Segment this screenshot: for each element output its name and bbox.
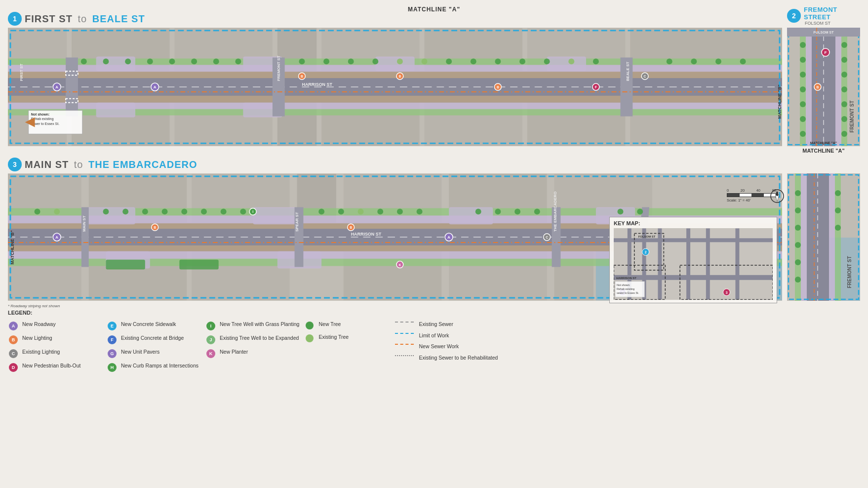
scalebar [727,193,776,197]
svg-rect-143 [449,207,493,224]
svg-text:2: 2 [645,250,647,254]
svg-rect-141 [86,207,135,224]
legend-item-limit-work: Limit of Work [393,332,498,339]
svg-text:3: 3 [726,291,728,294]
section2-header: 2 FREMONT STREET FOLSOM ST [787,6,860,26]
svg-rect-223 [614,275,773,280]
svg-point-206 [795,207,801,213]
svg-text:F: F [825,50,827,55]
scale-20: 20 [741,188,745,193]
svg-rect-224 [614,238,773,242]
svg-text:MATCHLINE "A": MATCHLINE "A" [810,141,837,145]
svg-point-174 [534,208,540,214]
section1-title: FIRST ST to BEALE ST [25,13,145,25]
section1-number: 1 [8,12,22,26]
svg-text:SPEAR ST: SPEAR ST [295,212,299,232]
svg-point-60 [544,58,550,64]
svg-point-161 [181,208,187,214]
section2-number: 2 [787,9,801,23]
svg-point-105 [841,72,847,78]
svg-point-100 [800,101,806,107]
svg-point-163 [221,208,227,214]
legend-col2: E New Concrete Sidewalk F Existing Concr… [107,321,205,376]
legend-label-existing-sewer: Existing Sewer [419,321,453,328]
svg-text:I: I [252,210,253,213]
svg-text:B: B [497,85,499,89]
svg-point-46 [169,58,175,64]
svg-point-58 [495,58,501,64]
svg-point-106 [841,86,847,92]
legend-col5: Existing Sewer Limit of Work New Sewer W… [393,321,503,366]
legend-area: LEGEND: A New Roadway B New Lighting C E… [8,310,860,381]
svg-text:F: F [595,85,597,89]
svg-point-44 [125,58,131,64]
svg-point-49 [235,58,241,64]
svg-point-160 [162,208,168,214]
svg-point-104 [841,57,847,63]
legend-item-existing-sewer: Existing Sewer [393,321,498,328]
svg-point-63 [667,58,672,64]
legend-item-A: A New Roadway [8,321,102,330]
svg-point-99 [800,86,806,92]
svg-point-166 [338,208,344,214]
svg-point-109 [841,131,847,137]
legend-item-F: F Existing Concrete at Bridge [107,335,200,344]
scale-0: 0 [727,188,729,193]
legend-label-A: New Roadway [22,321,56,328]
svg-text:A: A [55,235,58,240]
section1-connector: to [78,13,87,24]
legend-item-new-sewer: New Sewer Work [393,343,498,350]
svg-point-43 [103,58,109,64]
svg-text:FREMONT ST: FREMONT ST [849,101,855,133]
svg-point-96 [800,42,806,48]
svg-point-207 [795,225,801,231]
legend-item-E: E New Concrete Sidewalk [107,321,200,330]
svg-point-210 [795,277,801,283]
svg-point-107 [841,101,847,107]
legend-item-existing-tree: Existing Tree [304,334,388,342]
svg-point-211 [835,190,841,196]
svg-point-175 [618,208,624,214]
legend-item-C: C Existing Lighting [8,349,102,358]
svg-text:Rehab existing: Rehab existing [617,287,634,290]
svg-text:B: B [154,226,156,229]
svg-text:FREMONT ST: FREMONT ST [276,55,281,81]
svg-point-48 [213,58,219,64]
svg-text:THE EMBARCADERO: THE EMBARCADERO [553,192,557,232]
svg-point-98 [800,72,806,78]
svg-text:Not shown:: Not shown: [617,284,631,286]
keymap-inner: 1 2 3 FIRST ST FREMONT ST BEALE ST MAIN … [614,228,773,300]
svg-point-61 [568,58,574,64]
scale-numbers: 0 20 40 80 [727,188,776,193]
svg-rect-91 [835,28,841,146]
svg-rect-147 [106,260,145,270]
section3-from: MAIN ST [25,159,69,170]
legend-col3: I New Tree Well with Grass Planting J Ex… [205,321,304,363]
side-map-2: FREMONT ST [787,173,860,301]
svg-point-103 [841,42,847,48]
svg-point-168 [377,208,383,214]
section1-header: 1 FIRST ST to BEALE ST [8,12,782,26]
svg-text:B: B [301,75,303,78]
legend-label-G: New Unit Pavers [121,349,159,356]
svg-rect-28 [547,56,586,71]
legend-label-existing-sewer-rehab: Existing Sewer to be Rehabilitated [419,355,498,362]
svg-text:HARRISON ST: HARRISON ST [351,232,382,237]
section3-number: 3 [8,158,22,171]
svg-text:sewer to Essex St.: sewer to Essex St. [617,291,639,294]
scale-bar: 0 20 40 80 Scale: 1" = 40' [727,188,776,203]
svg-text:FIRST ST: FIRST ST [19,64,24,81]
legend-item-K: K New Planter [205,349,299,358]
svg-point-162 [201,208,207,214]
section1-from: FIRST ST [25,13,73,24]
svg-text:MATCHLINE "B": MATCHLINE "B" [10,230,15,264]
svg-point-159 [142,208,148,214]
svg-point-212 [835,207,841,213]
svg-text:BEALE ST: BEALE ST [626,62,630,81]
key-map: KEY MAP: [609,217,777,303]
svg-text:C: C [644,75,646,78]
legend-label-K: New Planter [220,349,248,356]
svg-rect-200 [801,173,807,301]
legend-item-I: I New Tree Well with Grass Planting [205,321,299,330]
map1: FIRST ST FREMONT ST BEALE ST HARRISON ST [8,28,782,154]
